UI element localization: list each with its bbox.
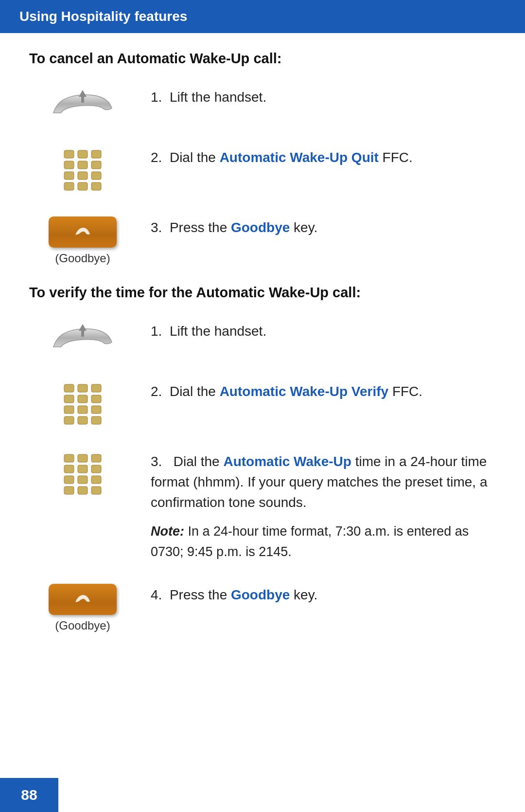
svg-rect-19 [64, 395, 74, 403]
svg-rect-9 [78, 172, 88, 180]
svg-rect-18 [91, 384, 101, 392]
step-1-2-text: 2. Dial the Automatic Wake-Up Quit FFC. [136, 144, 496, 168]
step-2-4-content: Press the Goodbye key. [170, 587, 317, 602]
svg-rect-10 [91, 172, 101, 180]
step-2-3-text: 3. Dial the Automatic Wake-Up time in a … [136, 449, 496, 562]
note-block: Note: In a 24-hour time format, 7:30 a.m… [151, 522, 496, 562]
step-2-2-content: Dial the Automatic Wake-Up Verify FFC. [170, 384, 422, 399]
svg-marker-14 [79, 324, 87, 331]
svg-rect-6 [78, 161, 88, 169]
svg-rect-2 [64, 150, 74, 158]
step-2-3-num: 3. [151, 454, 170, 469]
step-2-4-num: 4. [151, 587, 170, 602]
step-2-1-text: 1. Lift the handset. [136, 318, 496, 342]
svg-rect-13 [91, 182, 101, 190]
svg-rect-38 [78, 487, 88, 494]
svg-rect-15 [81, 331, 84, 337]
svg-rect-31 [64, 465, 74, 473]
svg-rect-36 [91, 476, 101, 484]
svg-rect-39 [91, 487, 101, 494]
step-2-1-num: 1. [151, 324, 170, 339]
svg-rect-35 [78, 476, 88, 484]
step-1-2: 2. Dial the Automatic Wake-Up Quit FFC. [29, 144, 496, 195]
step-2-3: 3. Dial the Automatic Wake-Up time in a … [29, 449, 496, 562]
step-1-1: 1. Lift the handset. [29, 84, 496, 125]
link-goodbye-2: Goodbye [231, 587, 290, 602]
svg-rect-11 [64, 182, 74, 190]
step-1-1-content: Lift the handset. [170, 90, 266, 105]
step-2-4: (Goodbye) 4. Press the Goodbye key. [29, 582, 496, 632]
main-content: To cancel an Automatic Wake-Up call: [0, 51, 525, 701]
svg-rect-28 [64, 454, 74, 462]
svg-rect-17 [78, 384, 88, 392]
svg-rect-37 [64, 487, 74, 494]
step-1-1-num: 1. [151, 90, 170, 105]
section2-heading: To verify the time for the Automatic Wak… [29, 285, 496, 301]
svg-rect-1 [81, 97, 84, 103]
step-2-3-icon [29, 449, 136, 499]
section1-heading: To cancel an Automatic Wake-Up call: [29, 51, 496, 67]
goodbye-label-2: (Goodbye) [55, 619, 110, 632]
header-title: Using Hospitality features [19, 9, 187, 24]
svg-rect-29 [78, 454, 88, 462]
step-2-2-icon [29, 379, 136, 429]
step-1-2-icon [29, 144, 136, 195]
link-wakeup-quit: Automatic Wake-Up Quit [220, 150, 379, 165]
svg-rect-34 [64, 476, 74, 484]
svg-rect-7 [91, 161, 101, 169]
svg-rect-16 [64, 384, 74, 392]
step-2-2: 2. Dial the Automatic Wake-Up Verify FFC… [29, 379, 496, 429]
note-label: Note: [151, 524, 184, 539]
step-1-3-icon: (Goodbye) [29, 215, 136, 265]
step-2-1-content: Lift the handset. [170, 324, 266, 339]
keypad-icon [58, 146, 107, 195]
svg-marker-0 [79, 90, 87, 97]
svg-rect-23 [78, 406, 88, 414]
step-1-3-text: 3. Press the Goodbye key. [136, 215, 496, 238]
svg-rect-4 [91, 150, 101, 158]
svg-rect-22 [64, 406, 74, 414]
goodbye-button-icon [49, 217, 117, 248]
step-1-3: (Goodbye) 3. Press the Goodbye key. [29, 215, 496, 265]
step-1-2-content: Dial the Automatic Wake-Up Quit FFC. [170, 150, 413, 165]
step-1-3-num: 3. [151, 220, 170, 235]
svg-rect-5 [64, 161, 74, 169]
svg-rect-30 [91, 454, 101, 462]
svg-rect-3 [78, 150, 88, 158]
step-2-2-text: 2. Dial the Automatic Wake-Up Verify FFC… [136, 379, 496, 402]
phone-handset-small-icon-2 [74, 593, 91, 606]
step-2-4-text: 4. Press the Goodbye key. [136, 582, 496, 605]
svg-rect-20 [78, 395, 88, 403]
page-number: 88 [21, 787, 37, 803]
svg-rect-32 [78, 465, 88, 473]
page-footer: 88 [0, 778, 58, 812]
handset-icon-2 [44, 320, 122, 359]
svg-rect-26 [78, 416, 88, 424]
svg-rect-33 [91, 465, 101, 473]
svg-rect-12 [78, 182, 88, 190]
svg-rect-27 [91, 416, 101, 424]
step-2-1: 1. Lift the handset. [29, 318, 496, 359]
handset-icon [44, 86, 122, 125]
svg-rect-21 [91, 395, 101, 403]
svg-rect-24 [91, 406, 101, 414]
goodbye-button-icon-2 [49, 584, 117, 615]
step-2-3-content: Dial the Automatic Wake-Up time in a 24-… [151, 454, 487, 510]
step-1-2-num: 2. [151, 150, 170, 165]
keypad-icon-2 [58, 380, 107, 429]
link-wakeup-time: Automatic Wake-Up [223, 454, 351, 469]
step-1-1-icon [29, 84, 136, 125]
step-2-4-icon: (Goodbye) [29, 582, 136, 632]
step-1-3-content: Press the Goodbye key. [170, 220, 317, 235]
svg-rect-8 [64, 172, 74, 180]
phone-handset-small-icon [74, 225, 91, 239]
svg-rect-25 [64, 416, 74, 424]
keypad-icon-3 [58, 451, 107, 499]
link-goodbye-1: Goodbye [231, 220, 290, 235]
step-1-1-text: 1. Lift the handset. [136, 84, 496, 108]
header-bar: Using Hospitality features [0, 0, 525, 33]
link-wakeup-verify: Automatic Wake-Up Verify [220, 384, 388, 399]
goodbye-label-1: (Goodbye) [55, 252, 110, 265]
step-2-2-num: 2. [151, 384, 170, 399]
step-2-1-icon [29, 318, 136, 359]
